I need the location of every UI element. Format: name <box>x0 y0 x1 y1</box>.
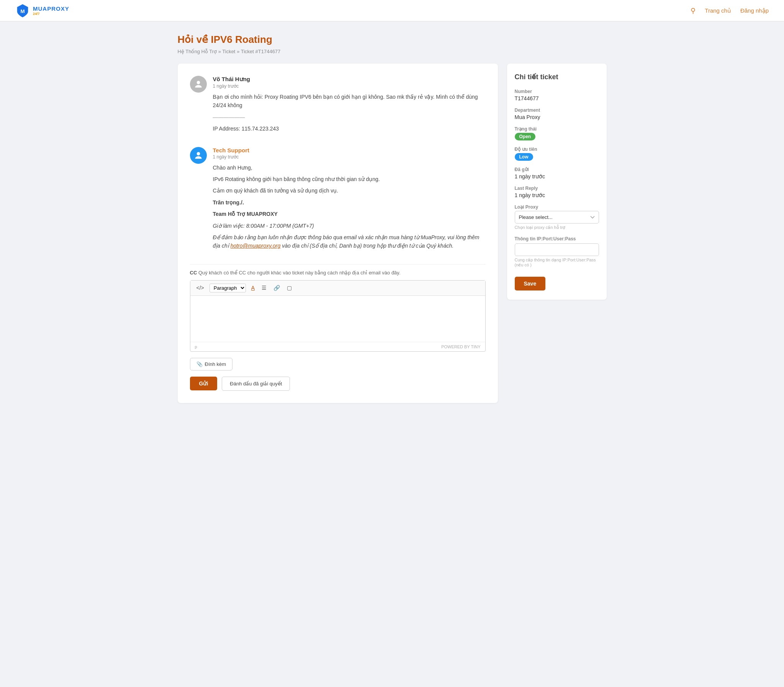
header: M MUAPROXY 24/7 ⚲ Trang chủ Đăng nhập <box>0 0 784 21</box>
sidebar-proxy-type-label: Loại Proxy <box>515 204 599 210</box>
search-icon[interactable]: ⚲ <box>690 7 695 15</box>
breadcrumb-support[interactable]: Hệ Thống Hỗ Trợ <box>178 49 217 54</box>
header-nav: ⚲ Trang chủ Đăng nhập <box>690 7 769 15</box>
priority-badge: Low <box>515 153 533 161</box>
sidebar-field-sent: Đã gửi 1 ngày trước <box>515 167 599 179</box>
logo-sub: 24/7 <box>33 12 69 16</box>
nav-home[interactable]: Trang chủ <box>705 7 731 14</box>
breadcrumb-ticket[interactable]: Ticket <box>222 49 235 54</box>
avatar-support <box>190 147 207 164</box>
message-2: Tech Support 1 ngày trước Chào anh Hưng,… <box>190 147 486 253</box>
sidebar-ip-info-label: Thông tin IP:Port:User:Pass <box>515 236 599 242</box>
sidebar-last-reply-label: Last Reply <box>515 186 599 191</box>
sidebar-status-label: Trạng thái <box>515 126 599 131</box>
save-button[interactable]: Save <box>515 277 546 291</box>
ticket-sidebar: Chi tiết ticket Number T1744677 Departme… <box>507 64 607 300</box>
message-2-author: Tech Support <box>213 147 486 153</box>
sidebar-last-reply-value: 1 ngày trước <box>515 192 599 198</box>
sidebar-card: Chi tiết ticket Number T1744677 Departme… <box>507 64 607 300</box>
sidebar-department-label: Department <box>515 108 599 113</box>
message-2-content: Tech Support 1 ngày trước Chào anh Hưng,… <box>213 147 486 253</box>
editor-toolbar: </> Paragraph A ☰ 🔗 ▢ <box>190 281 485 296</box>
cc-bar: CC Quý khách có thể CC cho người khác và… <box>190 264 486 276</box>
proxy-type-select[interactable]: Please select... <box>515 211 599 224</box>
sidebar-number-value: T1744677 <box>515 95 599 102</box>
attach-button[interactable]: 📎 Đính kèm <box>190 358 233 370</box>
sidebar-title: Chi tiết ticket <box>515 73 599 81</box>
sidebar-field-proxy-type: Loại Proxy Please select... Chọn loại pr… <box>515 204 599 230</box>
sidebar-field-department: Department Mua Proxy <box>515 108 599 120</box>
message-1-text: Bạn ơi cho mình hỏi: Proxy Roating IPV6 … <box>213 93 486 133</box>
sidebar-department-value: Mua Proxy <box>515 114 599 120</box>
toolbar-list-btn[interactable]: ☰ <box>260 284 268 292</box>
sidebar-sent-label: Đã gửi <box>515 167 599 172</box>
message-1-content: Võ Thái Hưng 1 ngày trước Bạn ơi cho mìn… <box>213 76 486 136</box>
proxy-type-hint: Chọn loại proxy cần hỗ trợ <box>515 225 599 230</box>
message-1-time: 1 ngày trước <box>213 84 486 89</box>
svg-text:M: M <box>20 8 25 14</box>
breadcrumb: Hệ Thống Hỗ Trợ » Ticket » Ticket #T1744… <box>178 49 607 54</box>
sidebar-field-ip-info: Thông tin IP:Port:User:Pass Cung cấp thô… <box>515 236 599 268</box>
sidebar-number-label: Number <box>515 89 599 94</box>
message-1: Võ Thái Hưng 1 ngày trước Bạn ơi cho mìn… <box>190 76 486 136</box>
toolbar-image-btn[interactable]: ▢ <box>285 284 293 292</box>
svg-point-1 <box>196 81 200 84</box>
ip-info-hint: Cung cấp thông tin dạng IP:Port:User:Pas… <box>515 258 599 268</box>
sidebar-sent-value: 1 ngày trước <box>515 173 599 179</box>
message-1-author: Võ Thái Hưng <box>213 76 486 83</box>
page-title: Hỏi về IPV6 Roating <box>178 34 607 46</box>
action-buttons: Gửi Đánh dấu đã giải quyết <box>190 376 486 391</box>
toolbar-paragraph-select[interactable]: Paragraph <box>209 284 246 293</box>
logo-text: MUAPROXY <box>33 5 69 12</box>
toolbar-font-btn[interactable]: A <box>250 284 256 292</box>
reply-textarea[interactable] <box>190 296 485 342</box>
sidebar-priority-label: Độ ưu tiên <box>515 146 599 152</box>
editor-footer-powered: POWERED BY TINY <box>441 344 480 349</box>
nav-login[interactable]: Đăng nhập <box>740 7 769 14</box>
logo-icon: M <box>15 3 30 18</box>
resolve-button[interactable]: Đánh dấu đã giải quyết <box>222 376 290 391</box>
sidebar-field-priority: Độ ưu tiên Low <box>515 146 599 161</box>
logo[interactable]: M MUAPROXY 24/7 <box>15 3 69 18</box>
editor-footer: p POWERED BY TINY <box>190 342 485 351</box>
reply-editor[interactable]: </> Paragraph A ☰ 🔗 ▢ p POWERED BY TINY <box>190 280 486 352</box>
submit-button[interactable]: Gửi <box>190 376 217 390</box>
ticket-body: Võ Thái Hưng 1 ngày trước Bạn ơi cho mìn… <box>178 64 498 403</box>
sidebar-field-last-reply: Last Reply 1 ngày trước <box>515 186 599 198</box>
editor-footer-p: p <box>195 344 197 349</box>
status-badge: Open <box>515 133 536 140</box>
toolbar-code-btn[interactable]: </> <box>195 284 206 292</box>
paperclip-icon: 📎 <box>196 361 203 367</box>
svg-point-2 <box>196 152 200 155</box>
message-2-text: Chào anh Hưng, IPv6 Rotating không giới … <box>213 163 486 250</box>
toolbar-link-btn[interactable]: 🔗 <box>272 284 282 292</box>
breadcrumb-ticket-id: Ticket #T1744677 <box>241 49 281 54</box>
message-2-time: 1 ngày trước <box>213 154 486 159</box>
ip-info-input[interactable] <box>515 243 599 256</box>
sidebar-field-number: Number T1744677 <box>515 89 599 102</box>
avatar-user <box>190 76 207 93</box>
sidebar-field-status: Trạng thái Open <box>515 126 599 140</box>
